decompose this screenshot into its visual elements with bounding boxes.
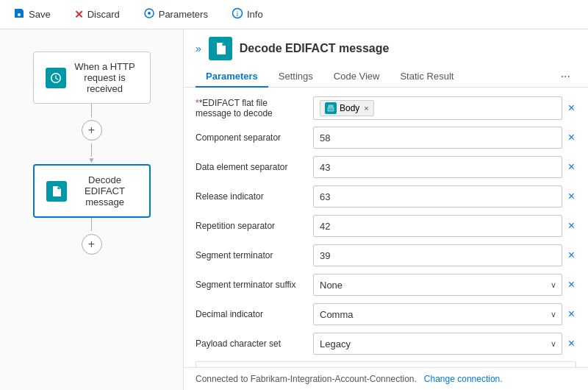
edifact-tag: Body × bbox=[320, 100, 374, 116]
save-button[interactable]: Save bbox=[9, 4, 55, 24]
repetition-separator-control: × bbox=[313, 215, 576, 237]
segment-suffix-label: Segment terminator suffix bbox=[196, 280, 313, 290]
decimal-indicator-select-wrapper: Comma Period ∨ bbox=[313, 303, 562, 325]
decimal-indicator-select[interactable]: Comma Period bbox=[313, 303, 562, 325]
edifact-tag-input[interactable]: Body × bbox=[313, 96, 562, 120]
decimal-indicator-label: Decimal indicator bbox=[196, 309, 313, 319]
add-step-btn-2[interactable]: + bbox=[82, 234, 102, 255]
repetition-separator-row: Repetition separator × bbox=[196, 214, 576, 238]
http-node-icon bbox=[46, 68, 66, 88]
component-separator-row: Component separator × bbox=[196, 126, 576, 149]
footer-text: Connected to Fabrikam-Integration-Accoun… bbox=[196, 374, 417, 384]
connector-line-2 bbox=[91, 143, 92, 157]
edifact-clear-btn[interactable]: × bbox=[567, 100, 576, 116]
edifact-row: **EDIFACT flat file message to decode Bo… bbox=[196, 96, 576, 120]
payload-charset-select-wrapper: Legacy UNOA UNOB ∨ bbox=[313, 333, 562, 355]
tab-more-button[interactable]: ··· bbox=[555, 67, 576, 86]
payload-charset-label: Payload character set bbox=[196, 338, 313, 349]
parameters-label: Parameters bbox=[159, 9, 208, 20]
edifact-control: Body × × bbox=[313, 96, 576, 120]
payload-charset-clear-btn[interactable]: × bbox=[567, 336, 576, 352]
panel-footer: Connected to Fabrikam-Integration-Accoun… bbox=[184, 367, 588, 390]
add-parameter-row[interactable]: Add new parameter ∨ bbox=[196, 361, 576, 367]
payload-charset-select[interactable]: Legacy UNOA UNOB bbox=[313, 333, 562, 355]
parameters-icon bbox=[143, 7, 155, 21]
discard-label: Discard bbox=[87, 9, 120, 20]
data-element-clear-btn[interactable]: × bbox=[567, 159, 576, 175]
tab-static-result[interactable]: Static Result bbox=[390, 66, 464, 88]
toolbar: Save ✕ Discard Parameters i Info bbox=[0, 0, 588, 29]
segment-terminator-row: Segment terminator × bbox=[196, 244, 576, 267]
tab-parameters[interactable]: Parameters bbox=[196, 66, 268, 88]
release-indicator-clear-btn[interactable]: × bbox=[567, 188, 576, 205]
main-layout: When a HTTP request is received + ▼ Deco… bbox=[0, 29, 588, 390]
canvas: When a HTTP request is received + ▼ Deco… bbox=[0, 29, 184, 390]
segment-suffix-select[interactable]: None CR LF CRLF bbox=[313, 274, 562, 296]
tabs: Parameters Settings Code View Static Res… bbox=[184, 60, 588, 88]
repetition-separator-input[interactable] bbox=[313, 215, 562, 237]
http-node[interactable]: When a HTTP request is received bbox=[33, 52, 151, 104]
data-element-input[interactable] bbox=[313, 156, 562, 178]
panel-title-icon bbox=[209, 37, 232, 60]
connector-arrow-1: ▼ bbox=[88, 157, 96, 164]
payload-charset-control: Legacy UNOA UNOB ∨ × bbox=[313, 333, 576, 355]
panel-header: » Decode EDIFACT message bbox=[184, 29, 588, 60]
segment-suffix-row: Segment terminator suffix None CR LF CRL… bbox=[196, 273, 576, 297]
decimal-indicator-clear-btn[interactable]: × bbox=[567, 306, 576, 322]
connector-1: + ▼ bbox=[82, 104, 102, 164]
tag-icon bbox=[325, 102, 337, 114]
tag-body-label: Body bbox=[340, 103, 359, 113]
add-step-btn-1[interactable]: + bbox=[82, 120, 102, 141]
info-button[interactable]: i Info bbox=[227, 4, 268, 24]
data-element-label: Data element separator bbox=[196, 162, 313, 172]
data-element-control: × bbox=[313, 156, 576, 178]
tab-settings[interactable]: Settings bbox=[268, 66, 323, 88]
tab-code-view[interactable]: Code View bbox=[323, 66, 390, 88]
decimal-indicator-control: Comma Period ∨ × bbox=[313, 303, 576, 325]
decimal-indicator-row: Decimal indicator Comma Period ∨ × bbox=[196, 302, 576, 326]
component-separator-clear-btn[interactable]: × bbox=[567, 130, 576, 146]
repetition-separator-label: Repetition separator bbox=[196, 221, 313, 231]
info-icon: i bbox=[232, 7, 243, 21]
connector-2: + bbox=[82, 218, 102, 258]
component-separator-label: Component separator bbox=[196, 132, 313, 143]
tag-close-btn[interactable]: × bbox=[364, 104, 368, 113]
edifact-label: **EDIFACT flat file message to decode bbox=[196, 98, 313, 118]
component-separator-control: × bbox=[313, 127, 576, 149]
release-indicator-row: Release indicator × bbox=[196, 185, 576, 208]
svg-point-1 bbox=[148, 12, 151, 15]
save-label: Save bbox=[29, 9, 51, 20]
segment-suffix-clear-btn[interactable]: × bbox=[567, 277, 576, 293]
svg-text:i: i bbox=[237, 10, 239, 18]
connector-line-3 bbox=[91, 218, 92, 231]
decode-node[interactable]: Decode EDIFACT message bbox=[33, 164, 151, 218]
segment-terminator-clear-btn[interactable]: × bbox=[567, 247, 576, 263]
expand-icon[interactable]: » bbox=[196, 43, 201, 54]
parameters-button[interactable]: Parameters bbox=[139, 4, 212, 24]
form-content: **EDIFACT flat file message to decode Bo… bbox=[184, 88, 588, 367]
right-panel: » Decode EDIFACT message Parameters Sett… bbox=[184, 29, 588, 390]
panel-title: Decode EDIFACT message bbox=[240, 42, 390, 55]
release-indicator-control: × bbox=[313, 185, 576, 208]
segment-terminator-input[interactable] bbox=[313, 244, 562, 266]
segment-terminator-control: × bbox=[313, 244, 576, 266]
discard-button[interactable]: ✕ Discard bbox=[70, 5, 124, 24]
change-connection-link[interactable]: Change connection. bbox=[424, 374, 503, 384]
payload-charset-row: Payload character set Legacy UNOA UNOB ∨… bbox=[196, 332, 576, 355]
http-node-label: When a HTTP request is received bbox=[72, 61, 138, 94]
data-element-row: Data element separator × bbox=[196, 155, 576, 179]
segment-suffix-control: None CR LF CRLF ∨ × bbox=[313, 274, 576, 296]
release-indicator-label: Release indicator bbox=[196, 191, 313, 202]
discard-icon: ✕ bbox=[74, 8, 84, 21]
release-indicator-input[interactable] bbox=[313, 185, 562, 208]
connector-line-1 bbox=[91, 104, 92, 117]
decode-node-label: Decode EDIFACT message bbox=[73, 174, 137, 208]
save-icon bbox=[13, 7, 25, 21]
repetition-separator-clear-btn[interactable]: × bbox=[567, 218, 576, 234]
decode-node-icon bbox=[46, 181, 67, 202]
info-label: Info bbox=[247, 9, 263, 20]
segment-terminator-label: Segment terminator bbox=[196, 250, 313, 260]
component-separator-input[interactable] bbox=[313, 127, 562, 149]
segment-suffix-select-wrapper: None CR LF CRLF ∨ bbox=[313, 274, 562, 296]
